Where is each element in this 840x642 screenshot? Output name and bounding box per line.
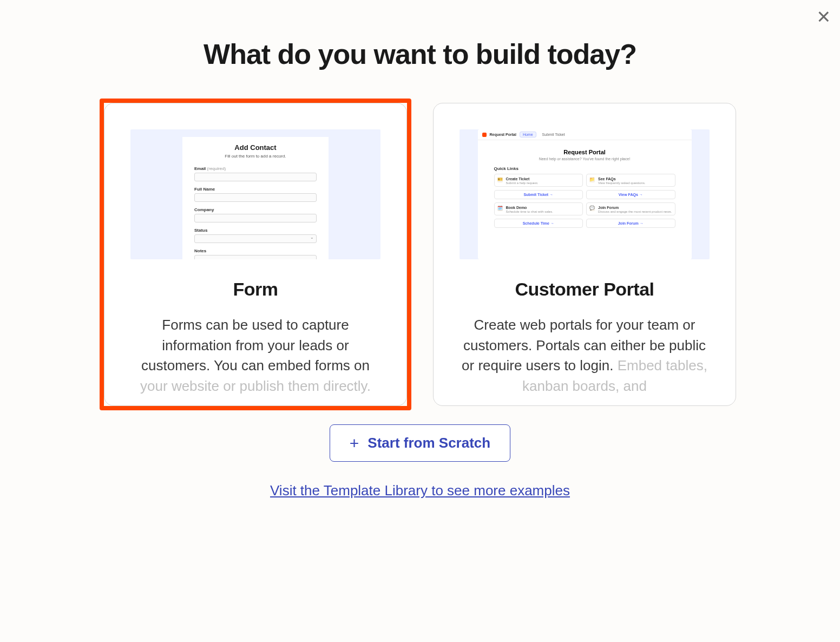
form-card-title: Form [130, 279, 380, 300]
portal-preview-view-faqs-link: View FAQs → [586, 190, 675, 199]
form-preview-area: Add Contact Fill out the form to add a r… [130, 129, 380, 259]
form-preview-status-select [194, 234, 317, 243]
calendar-icon: 🗓️ [497, 206, 503, 211]
form-preview-title: Add Contact [194, 143, 317, 152]
portal-preview-schedule-time-link: Schedule Time → [494, 219, 583, 228]
close-icon: × [817, 4, 830, 29]
form-preview-email-label: Email (required) [194, 166, 317, 171]
portal-preview-grid: 🎫 Create Ticket Submit a help request. 📁… [494, 174, 675, 228]
portal-preview-nav-home: Home [520, 132, 536, 137]
form-preview-status-label: Status [194, 228, 317, 233]
template-library-link[interactable]: Visit the Template Library to see more e… [0, 482, 840, 499]
form-preview-notes-input [194, 255, 317, 259]
portal-preview-submit-ticket-link: Submit Ticket → [494, 190, 583, 199]
close-button[interactable]: × [817, 5, 830, 28]
portal-preview-create-ticket-card: 🎫 Create Ticket Submit a help request. [494, 174, 583, 187]
portal-preview-see-faqs-card: 📁 See FAQs View frequently asked questio… [586, 174, 675, 187]
form-preview-mock: Add Contact Fill out the form to add a r… [182, 137, 329, 259]
customer-portal-template-card[interactable]: Request Portal Home Submit Ticket Reques… [433, 103, 736, 406]
portal-preview-nav: Request Portal Home Submit Ticket [478, 129, 692, 140]
form-preview-subtitle: Fill out the form to add a record. [194, 154, 317, 159]
portal-preview-nav-title: Request Portal [490, 133, 516, 136]
form-preview-email-input [194, 173, 317, 181]
form-preview-fullname-input [194, 193, 317, 202]
form-preview-company-input [194, 214, 317, 222]
portal-card-description: Create web portals for your team or cust… [460, 315, 710, 397]
start-from-scratch-label: Start from Scratch [368, 435, 490, 451]
portal-preview-join-forum-link: Join Forum → [586, 219, 675, 228]
faq-icon: 📁 [589, 177, 595, 182]
portal-preview-area: Request Portal Home Submit Ticket Reques… [460, 129, 710, 259]
portal-card-title: Customer Portal [460, 279, 710, 300]
portal-preview-subtitle: Need help or assistance? You've found th… [494, 157, 675, 161]
ticket-icon: 🎫 [497, 177, 503, 182]
portal-preview-title: Request Portal [494, 149, 675, 155]
portal-preview-quicklinks-label: Quick Links [494, 166, 675, 171]
page-title: What do you want to build today? [0, 38, 840, 70]
portal-preview-book-demo-card: 🗓️ Book Demo Schedule time to chat with … [494, 202, 583, 215]
form-preview-fullname-label: Full Name [194, 187, 317, 192]
form-preview-company-label: Company [194, 207, 317, 212]
forum-icon: 💬 [589, 206, 595, 211]
portal-preview-logo-icon [482, 133, 487, 137]
plus-icon: + [350, 435, 359, 451]
form-template-card[interactable]: Add Contact Fill out the form to add a r… [104, 103, 407, 406]
form-card-description: Forms can be used to capture information… [130, 315, 380, 397]
portal-preview-nav-submit: Submit Ticket [540, 132, 568, 137]
start-from-scratch-button[interactable]: + Start from Scratch [330, 424, 510, 462]
form-preview-notes-label: Notes [194, 248, 317, 253]
template-cards-row: Add Contact Fill out the form to add a r… [0, 103, 840, 406]
portal-preview-mock: Request Portal Home Submit Ticket Reques… [478, 129, 692, 259]
portal-preview-join-forum-card: 💬 Join Forum Discuss and engage the most… [586, 202, 675, 215]
